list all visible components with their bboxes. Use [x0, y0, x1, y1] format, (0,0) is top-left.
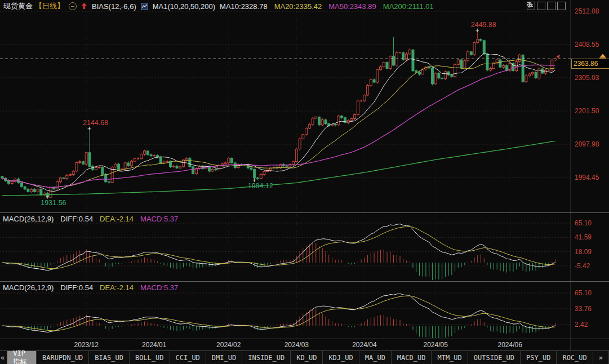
extreme-cross-marker: +: [87, 125, 91, 132]
diff-value: DIFF:0.54: [60, 283, 93, 292]
price-annotation: 2144.68: [83, 119, 108, 127]
ma-legend-value: MA50:2343.89: [328, 2, 376, 11]
dea-value: DEA:-2.14: [100, 283, 134, 292]
tab-ma_ud[interactable]: MA_UD: [359, 351, 392, 364]
tab-barupdn_ud[interactable]: BARUPDN_UD: [37, 351, 89, 364]
tab-vip指标[interactable]: VIP指标: [7, 351, 37, 364]
axis-play-icon[interactable]: [547, 2, 555, 10]
chart-toolbar: [527, 2, 566, 10]
main-chart-legend: 现货黄金 【日线】 BIAS(12,-6,6) MA1(10,20,50,200…: [3, 1, 434, 11]
tab-mtm_ud[interactable]: MTM_UD: [432, 351, 468, 364]
date-axis-label: 2024/06: [497, 341, 522, 349]
tab-macd_ud[interactable]: MACD_UD: [392, 351, 432, 364]
candlestick-series: [1, 31, 557, 198]
macd-title: MACD(26,12,9): [3, 215, 54, 223]
axis-scale-icon[interactable]: [537, 2, 545, 10]
ma-legend-value: MA200:2111.01: [383, 2, 434, 11]
period-label: 【日线】: [35, 1, 64, 11]
macd-axis-label: 33.76: [575, 305, 592, 313]
tab-»[interactable]: »: [593, 351, 609, 364]
date-axis-label: 2024/03: [285, 341, 309, 349]
last-candle-arrow-icon: [557, 54, 560, 58]
collapse-icon[interactable]: [69, 2, 77, 10]
tab-kd_ud[interactable]: KD_UD: [291, 351, 323, 364]
date-axis-label: 2024/04: [352, 341, 377, 349]
price-axis-label: 2201.50: [575, 107, 599, 115]
macd-panel2-header: MACD(26,12,9) DIFF:0.54 DEA:-2.14 MACD:5…: [3, 283, 178, 292]
price-axis-label: 2512.08: [575, 7, 599, 15]
macd-axis-label: 65.10: [575, 219, 592, 227]
tab-inside_ud[interactable]: INSIDE_UD: [242, 351, 291, 364]
price-annotation: 2449.88: [471, 21, 496, 29]
extreme-cross-marker: +: [45, 193, 49, 201]
price-axis-label: 2305.03: [575, 74, 599, 82]
price-annotation: 1931.56: [41, 199, 66, 207]
dea-value: DEA:-2.14: [100, 215, 134, 223]
tab-«[interactable]: «: [0, 351, 7, 364]
tab-bias_ud[interactable]: BIAS_UD: [89, 351, 130, 364]
bias-indicator-label: BIAS(12,-6,6): [92, 2, 136, 11]
ma-values: MA10:2328.78MA20:2335.42MA50:2343.89MA20…: [220, 2, 434, 11]
tab-dmi_ud[interactable]: DMI_UD: [206, 351, 242, 364]
macd-axis-label: 41.59: [575, 233, 592, 241]
macd-axis-label: 65.10: [575, 289, 592, 297]
tab-cci_ud[interactable]: CCI_UD: [170, 351, 206, 364]
macd-value: MACD:5.37: [140, 215, 178, 223]
price-up-marker-icon: [599, 54, 606, 57]
macd-value: MACD:5.37: [140, 283, 178, 292]
macd-title: MACD(26,12,9): [3, 283, 54, 292]
tab-boll_ud[interactable]: BOLL_UD: [130, 351, 170, 364]
current-price-badge: 2363.86: [571, 59, 609, 69]
chart-type-icon[interactable]: [141, 3, 148, 10]
extreme-cross-marker: +: [475, 26, 479, 34]
date-axis-label: 2024/01: [142, 341, 167, 349]
extreme-cross-marker: +: [252, 176, 256, 184]
trading-app-window: 2512.082408.552305.032201.502097.981994.…: [0, 0, 609, 364]
diff-value: DIFF:0.54: [60, 215, 93, 223]
date-axis-label: 2024/02: [216, 341, 241, 349]
tab-roc_ud[interactable]: ROC_UD: [557, 351, 593, 364]
price-axis-label: 2097.98: [575, 140, 599, 148]
date-axis-label: 2023/12: [74, 341, 99, 349]
tab-psy_ud[interactable]: PSY_UD: [521, 351, 557, 364]
price-axis-label: 2408.55: [575, 41, 599, 48]
chart-canvas[interactable]: 2512.082408.552305.032201.502097.981994.…: [0, 0, 609, 350]
price-annotation: 1984.12: [248, 182, 273, 190]
macd-panel1-header: MACD(26,12,9) DIFF:0.54 DEA:-2.14 MACD:5…: [3, 215, 178, 223]
price-axis-label: 1994.45: [575, 174, 599, 181]
symbol-name: 现货黄金: [3, 1, 33, 11]
ma-legend-value: MA20:2335.42: [274, 2, 322, 11]
macd-axis-label: 2.42: [575, 321, 588, 329]
indicator-tabbar: «VIP指标BARUPDN_UDBIAS_UDBOLL_UDCCI_UDDMI_…: [0, 350, 609, 364]
tab-outside_ud[interactable]: OUTSIDE_UD: [468, 351, 521, 364]
date-axis-label: 2024/05: [423, 341, 448, 349]
tab-kdj_ud[interactable]: KDJ_UD: [323, 351, 359, 364]
macd-axis-label: 18.09: [575, 248, 592, 256]
macd-axis-label: -5.42: [575, 262, 590, 270]
ma-group-label: MA1(10,20,50,200): [153, 2, 215, 11]
red-up-arrow-icon: [81, 3, 87, 10]
ma-legend-value: MA10:2328.78: [220, 2, 268, 11]
axis-shift-icon[interactable]: [557, 2, 566, 10]
